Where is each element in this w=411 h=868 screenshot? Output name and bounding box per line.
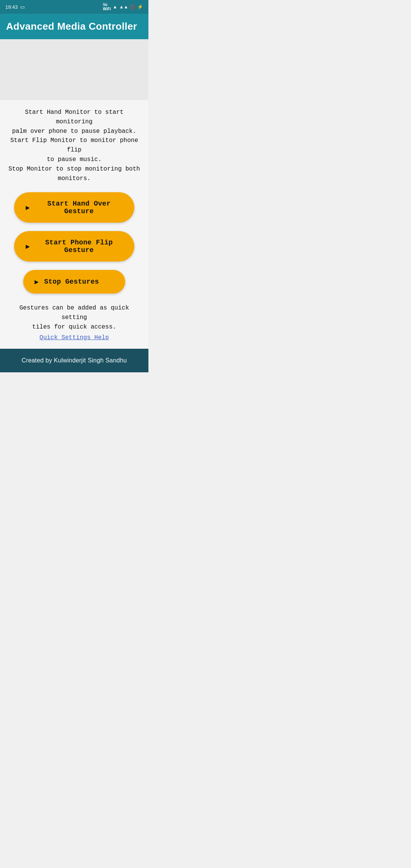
status-bar: 19:43 ▭ VoWiFi ▲ ▲▲ 🚫 ⚡ [0,0,148,14]
start-phone-flip-button[interactable]: ▶ Start Phone Flip Gesture [14,231,134,262]
status-right: VoWiFi ▲ ▲▲ 🚫 ⚡ [103,3,143,11]
quick-settings-link[interactable]: Quick Settings Help [40,334,109,341]
footer-text: Created by Kulwinderjit Singh Sandhu [22,357,127,364]
wifi-icon: ▲ [113,4,117,10]
start-phone-flip-label: Start Phone Flip Gesture [35,239,123,254]
start-hand-over-label: Start Hand Over Gesture [35,200,123,215]
stop-gestures-label: Stop Gestures [44,278,99,286]
status-left: 19:43 ▭ [5,4,25,10]
app-bar: Advanced Media Controller [0,14,148,39]
play-icon-1: ▶ [25,203,30,212]
ad-area [0,39,148,100]
main-content: Start Hand Monitor to start monitoringpa… [0,100,148,349]
battery-icon: ⚡ [137,4,143,10]
description-text: Start Hand Monitor to start monitoringpa… [6,108,142,183]
signal-icon: ▲▲ [119,4,128,10]
footer: Created by Kulwinderjit Singh Sandhu [0,349,148,372]
quick-settings-info: Gestures can be added as quick settingti… [6,303,142,332]
vowifi-icon: VoWiFi [103,3,111,11]
stop-gestures-button[interactable]: ▶ Stop Gestures [23,270,126,294]
play-icon-2: ▶ [25,242,30,251]
status-time: 19:43 [5,4,18,10]
no-sim-icon: 🚫 [130,5,135,10]
screen-icon: ▭ [20,4,25,10]
play-icon-3: ▶ [35,278,39,286]
app-title: Advanced Media Controller [6,21,137,32]
start-hand-over-button[interactable]: ▶ Start Hand Over Gesture [14,192,134,223]
